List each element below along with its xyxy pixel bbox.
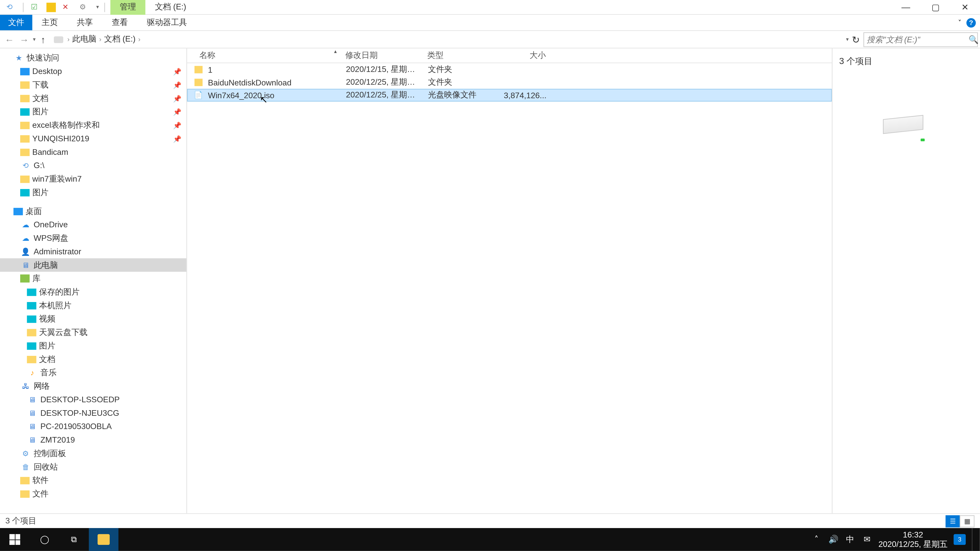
- maximize-button[interactable]: ▢: [921, 0, 950, 14]
- search-icon[interactable]: 🔍: [969, 35, 979, 44]
- taskview-button[interactable]: ⧉: [59, 528, 89, 551]
- nav-item[interactable]: 文件: [0, 487, 186, 500]
- search-box[interactable]: 🔍: [863, 32, 978, 47]
- ribbon-view-tab[interactable]: 查看: [102, 15, 137, 30]
- qat-settings-icon[interactable]: ⚙: [77, 2, 88, 13]
- app-icon: ⟲: [4, 2, 15, 13]
- nav-item[interactable]: ☁WPS网盘: [0, 231, 186, 245]
- expand-ribbon-icon[interactable]: ˅: [954, 17, 965, 28]
- nav-lib-item[interactable]: 图片: [0, 339, 186, 353]
- qat-checkbox-icon[interactable]: ☑: [29, 2, 40, 13]
- nav-desktop[interactable]: 桌面: [0, 205, 186, 218]
- qat-customize-icon[interactable]: ▾: [96, 4, 99, 10]
- star-icon: ★: [14, 52, 24, 63]
- nav-lib-item[interactable]: 天翼云盘下载: [0, 326, 186, 339]
- nav-pinned-item[interactable]: excel表格制作求和📌: [0, 118, 186, 132]
- notification-icon[interactable]: 3: [954, 534, 966, 545]
- nav-item[interactable]: 库: [0, 272, 186, 285]
- nav-network-pc[interactable]: 🖥DESKTOP-NJEU3CG: [0, 407, 186, 420]
- chevron-right-icon[interactable]: ›: [98, 36, 103, 43]
- minimize-button[interactable]: —: [891, 0, 921, 14]
- nav-network-pc[interactable]: 🖥ZMT2019: [0, 433, 186, 447]
- chevron-right-icon[interactable]: ›: [66, 36, 71, 43]
- navigation-pane[interactable]: ★快速访问 Desktop📌下载📌文档📌图片📌excel表格制作求和📌YUNQI…: [0, 48, 187, 513]
- nav-lib-item[interactable]: ♪音乐: [0, 366, 186, 380]
- nav-lib-item[interactable]: 文档: [0, 353, 186, 366]
- nav-quick-access[interactable]: ★快速访问: [0, 51, 186, 65]
- taskbar-clock[interactable]: 16:322020/12/25, 星期五: [878, 530, 948, 549]
- nav-item[interactable]: 🖥此电脑: [0, 259, 186, 272]
- nav-lib-item[interactable]: 本机照片: [0, 299, 186, 312]
- show-desktop-button[interactable]: [972, 528, 976, 551]
- nav-lib-item[interactable]: 视频: [0, 312, 186, 326]
- file-row[interactable]: 1 2020/12/15, 星期二 1... 文件夹: [187, 63, 832, 76]
- file-row[interactable]: 📄Win7x64_2020.iso 2020/12/25, 星期五 1... 光…: [187, 89, 832, 102]
- address-bar: ← → ▾ ↑ › 此电脑 › 文档 (E:) › ▾ ↻ 🔍: [0, 31, 980, 48]
- picture-icon: [27, 288, 36, 295]
- help-icon[interactable]: ?: [966, 18, 976, 27]
- view-details-button[interactable]: ☰: [945, 515, 960, 527]
- nav-back-button[interactable]: ←: [2, 32, 17, 47]
- nav-pinned-item[interactable]: Bandicam: [0, 145, 186, 159]
- status-item-count: 3 个项目: [5, 515, 36, 527]
- ime-icon[interactable]: 中: [845, 534, 856, 545]
- crumb-drive[interactable]: 文档 (E:): [103, 34, 137, 45]
- taskbar-explorer-button[interactable]: [89, 528, 118, 551]
- chevron-right-icon[interactable]: ›: [137, 36, 142, 43]
- nav-pinned-item[interactable]: YUNQISHI2019📌: [0, 132, 186, 145]
- nav-pinned-item[interactable]: 图片📌: [0, 105, 186, 118]
- address-dropdown-icon[interactable]: ▾: [846, 36, 849, 42]
- ribbon-file-tab[interactable]: 文件: [0, 15, 32, 30]
- folder-icon: [194, 79, 203, 86]
- folder-icon: [20, 490, 30, 497]
- desktop-icon: [20, 68, 30, 75]
- tray-overflow-icon[interactable]: ˄: [811, 534, 822, 545]
- nav-item[interactable]: 👤Administrator: [0, 245, 186, 259]
- nav-up-button[interactable]: ↑: [36, 32, 51, 47]
- nav-item[interactable]: ☁OneDrive: [0, 218, 186, 231]
- refresh-button[interactable]: ↻: [849, 32, 863, 47]
- pc-icon: 🖥: [27, 435, 38, 445]
- nav-lib-item[interactable]: 保存的图片: [0, 285, 186, 299]
- ribbon-share-tab[interactable]: 共享: [67, 15, 102, 30]
- nav-pinned-item[interactable]: 文档📌: [0, 92, 186, 105]
- nav-fwd-button[interactable]: →: [17, 32, 32, 47]
- nav-item[interactable]: 软件: [0, 473, 186, 487]
- close-button[interactable]: ✕: [950, 0, 980, 14]
- file-list[interactable]: 1 2020/12/15, 星期二 1... 文件夹 BaiduNetdiskD…: [187, 63, 832, 513]
- nav-item[interactable]: 🗑回收站: [0, 460, 186, 474]
- nav-pinned-item[interactable]: 图片: [0, 186, 186, 199]
- nav-pinned-item[interactable]: ⟲G:\: [0, 159, 186, 172]
- start-button[interactable]: [0, 528, 30, 551]
- column-name[interactable]: 名称: [187, 50, 339, 61]
- crumb-pc[interactable]: 此电脑: [71, 34, 98, 45]
- column-size[interactable]: 大小: [489, 50, 550, 61]
- search-input[interactable]: [867, 35, 968, 44]
- nav-network-pc[interactable]: 🖥PC-20190530OBLA: [0, 420, 186, 433]
- ribbon-drive-tab[interactable]: 驱动器工具: [137, 15, 197, 30]
- view-icons-button[interactable]: ▦: [959, 515, 974, 527]
- qat-close-icon[interactable]: ✕: [60, 2, 71, 13]
- breadcrumb[interactable]: › 此电脑 › 文档 (E:) ›: [53, 32, 842, 47]
- ribbon-home-tab[interactable]: 主页: [32, 15, 67, 30]
- library-icon: [20, 275, 30, 283]
- nav-history-dropdown[interactable]: ▾: [33, 36, 36, 42]
- nav-network-pc[interactable]: 🖥DESKTOP-LSSOEDP: [0, 393, 186, 407]
- volume-icon[interactable]: 🔊: [828, 534, 838, 545]
- app-tray-icon[interactable]: ✉: [862, 534, 872, 545]
- qat-folder-icon[interactable]: [46, 2, 56, 12]
- pc-icon: 🖥: [27, 421, 38, 432]
- file-row[interactable]: BaiduNetdiskDownload 2020/12/25, 星期五 1..…: [187, 76, 832, 89]
- column-date[interactable]: 修改日期: [339, 50, 421, 61]
- picture-icon: [27, 302, 36, 309]
- ribbon-context-tab[interactable]: 管理: [110, 0, 145, 15]
- nav-pinned-item[interactable]: 下载📌: [0, 78, 186, 92]
- nav-item[interactable]: ⚙控制面板: [0, 447, 186, 460]
- nav-network[interactable]: 🖧网络: [0, 380, 186, 393]
- column-type[interactable]: 类型: [421, 50, 489, 61]
- taskbar-search-button[interactable]: ◯: [30, 528, 59, 551]
- nav-pinned-item[interactable]: win7重装win7: [0, 172, 186, 186]
- folder-icon: [20, 94, 30, 102]
- nav-pinned-item[interactable]: Desktop📌: [0, 65, 186, 78]
- folder-icon: [20, 121, 30, 129]
